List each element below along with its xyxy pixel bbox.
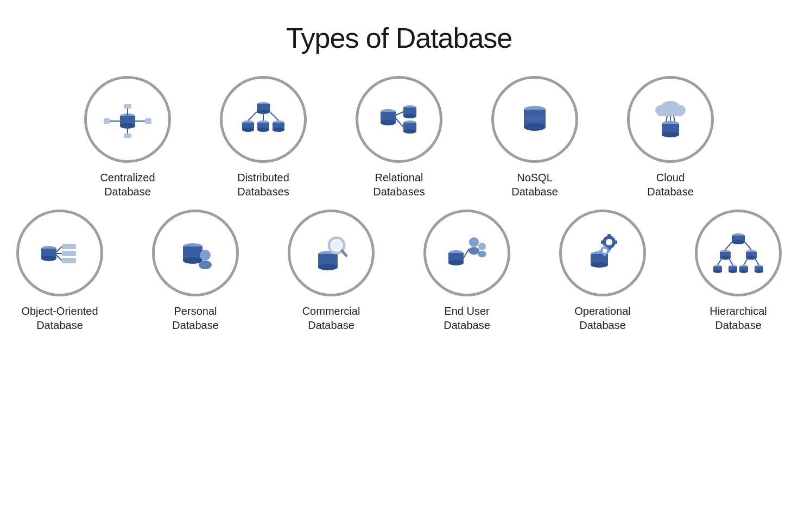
svg-line-107 bbox=[744, 258, 748, 265]
row-1: CentralizedDatabase bbox=[68, 76, 730, 199]
db-item-commercial: CommercialDatabase bbox=[271, 210, 391, 332]
db-item-object: Object-OrientedDatabase bbox=[0, 210, 119, 332]
svg-rect-92 bbox=[608, 250, 610, 252]
icon-nosql bbox=[508, 92, 562, 147]
svg-point-73 bbox=[448, 260, 464, 265]
svg-point-25 bbox=[273, 128, 284, 132]
db-item-centralized: CentralizedDatabase bbox=[68, 76, 187, 199]
svg-line-47 bbox=[674, 116, 675, 122]
svg-point-40 bbox=[524, 115, 546, 122]
svg-point-81 bbox=[591, 262, 608, 268]
circle-hierarchical bbox=[695, 210, 782, 296]
db-item-relational: RelationalDatabases bbox=[339, 76, 459, 199]
svg-point-34 bbox=[403, 129, 416, 134]
svg-line-16 bbox=[270, 112, 278, 121]
svg-point-96 bbox=[732, 240, 745, 244]
label-relational: RelationalDatabases bbox=[373, 170, 425, 199]
circle-enduser bbox=[423, 210, 510, 296]
svg-point-19 bbox=[242, 128, 254, 132]
label-commercial: CommercialDatabase bbox=[302, 304, 360, 332]
svg-line-54 bbox=[56, 246, 62, 252]
svg-point-114 bbox=[729, 270, 737, 273]
label-enduser: End UserDatabase bbox=[444, 304, 490, 332]
svg-point-75 bbox=[469, 237, 479, 247]
db-item-enduser: End UserDatabase bbox=[407, 210, 527, 332]
label-object: Object-OrientedDatabase bbox=[21, 304, 98, 332]
svg-point-28 bbox=[381, 120, 396, 125]
icon-centralized bbox=[100, 92, 155, 147]
svg-rect-8 bbox=[145, 118, 151, 124]
icon-hierarchical bbox=[711, 226, 765, 280]
svg-rect-59 bbox=[62, 258, 76, 263]
db-item-distributed: DistributedDatabases bbox=[204, 76, 323, 199]
svg-line-56 bbox=[56, 255, 62, 261]
svg-line-14 bbox=[248, 112, 257, 121]
svg-line-108 bbox=[755, 258, 759, 265]
svg-point-78 bbox=[478, 251, 486, 257]
db-item-nosql: NoSQLDatabase bbox=[475, 76, 594, 199]
svg-point-31 bbox=[403, 114, 416, 118]
svg-rect-93 bbox=[599, 250, 601, 252]
label-operational: OperationalDatabase bbox=[574, 304, 630, 332]
svg-rect-91 bbox=[604, 254, 606, 256]
svg-point-69 bbox=[332, 240, 341, 250]
svg-point-76 bbox=[468, 247, 479, 255]
label-cloud: CloudDatabase bbox=[647, 170, 694, 199]
circle-cloud bbox=[627, 76, 714, 163]
db-item-hierarchical: HierarchicalDatabase bbox=[679, 210, 798, 332]
db-item-personal: PersonalDatabase bbox=[136, 210, 255, 332]
svg-line-36 bbox=[396, 118, 403, 127]
svg-rect-7 bbox=[104, 118, 110, 124]
svg-rect-58 bbox=[62, 251, 76, 256]
svg-point-50 bbox=[662, 132, 679, 137]
svg-point-39 bbox=[524, 123, 546, 131]
svg-point-64 bbox=[199, 261, 212, 269]
icon-operational bbox=[575, 226, 630, 280]
icon-commercial bbox=[304, 226, 358, 280]
circle-operational bbox=[559, 210, 646, 296]
svg-line-106 bbox=[729, 258, 733, 265]
svg-line-98 bbox=[745, 242, 751, 250]
db-item-cloud: CloudDatabase bbox=[611, 76, 730, 199]
row-2: Object-OrientedDatabase PersonalDatabase bbox=[0, 210, 798, 332]
label-personal: PersonalDatabase bbox=[172, 304, 219, 332]
icon-cloud bbox=[643, 92, 698, 147]
svg-point-120 bbox=[755, 270, 763, 273]
svg-line-97 bbox=[725, 242, 732, 250]
circle-personal bbox=[152, 210, 239, 296]
svg-point-22 bbox=[257, 128, 269, 132]
svg-line-45 bbox=[666, 116, 667, 122]
circle-relational bbox=[356, 76, 442, 163]
circle-nosql bbox=[491, 76, 578, 163]
label-nosql: NoSQLDatabase bbox=[511, 170, 558, 199]
svg-line-105 bbox=[718, 258, 722, 265]
svg-line-74 bbox=[464, 249, 469, 258]
circle-commercial bbox=[288, 210, 375, 296]
label-centralized: CentralizedDatabase bbox=[100, 170, 155, 199]
svg-rect-44 bbox=[658, 110, 682, 116]
svg-point-53 bbox=[41, 256, 56, 261]
circle-object bbox=[16, 210, 103, 296]
icon-distributed bbox=[236, 92, 290, 147]
svg-point-83 bbox=[606, 239, 612, 245]
svg-point-111 bbox=[713, 270, 722, 273]
svg-point-89 bbox=[603, 249, 607, 253]
svg-point-67 bbox=[318, 264, 338, 270]
grid-container: CentralizedDatabase bbox=[33, 76, 765, 332]
svg-point-117 bbox=[739, 270, 748, 273]
label-hierarchical: HierarchicalDatabase bbox=[710, 304, 767, 332]
circle-centralized bbox=[84, 76, 171, 163]
icon-enduser bbox=[440, 226, 494, 280]
svg-rect-90 bbox=[604, 245, 606, 248]
svg-line-35 bbox=[396, 112, 403, 115]
svg-rect-57 bbox=[62, 244, 76, 249]
svg-rect-10 bbox=[124, 134, 131, 138]
label-distributed: DistributedDatabases bbox=[237, 170, 289, 199]
svg-rect-87 bbox=[601, 240, 604, 244]
page-title: Types of Database bbox=[286, 22, 512, 54]
svg-rect-84 bbox=[607, 234, 611, 237]
svg-line-70 bbox=[342, 251, 346, 256]
icon-relational bbox=[372, 92, 426, 147]
icon-personal bbox=[168, 226, 223, 280]
icon-object bbox=[33, 226, 87, 280]
